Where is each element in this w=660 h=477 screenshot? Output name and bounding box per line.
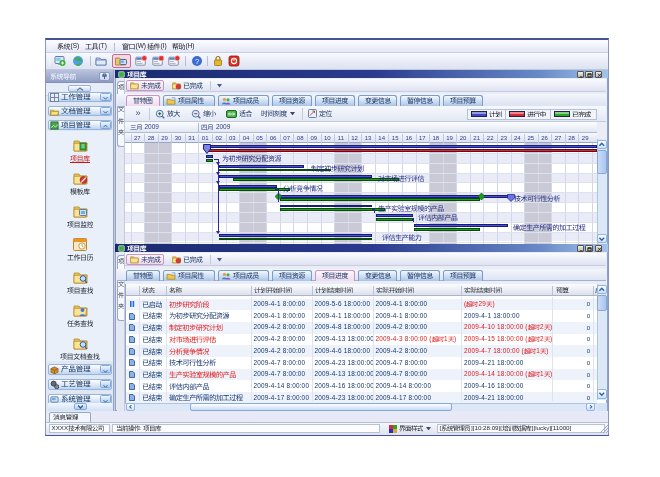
svg-text:?: ? — [194, 57, 198, 66]
